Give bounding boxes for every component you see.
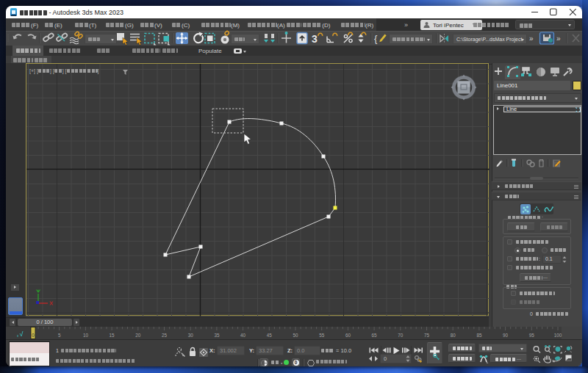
svg-text:65: 65 [372,333,378,338]
svg-text:80: 80 [451,333,456,338]
svg-text:»: » [556,35,561,43]
svg-text:55: 55 [319,333,325,338]
svg-text:5: 5 [58,333,61,338]
svg-text:85: 85 [476,333,482,338]
svg-text:25: 25 [162,333,168,338]
svg-text:95: 95 [529,333,535,338]
svg-text:35: 35 [214,333,220,338]
svg-text:75: 75 [424,333,430,338]
svg-text:20: 20 [135,333,141,338]
svg-text:70: 70 [398,333,404,338]
svg-text:3: 3 [312,33,318,45]
svg-text:50: 50 [293,333,298,338]
svg-text:10: 10 [83,333,89,338]
svg-text:»: » [529,35,534,43]
svg-text:0: 0 [32,333,35,338]
svg-text:90: 90 [503,333,509,338]
svg-text:100: 100 [554,333,562,338]
svg-text:45: 45 [267,333,273,338]
svg-text:{: { [374,33,378,44]
svg-text:60: 60 [345,333,351,338]
svg-text:40: 40 [240,333,246,338]
svg-text:15: 15 [110,333,115,338]
svg-text:30: 30 [188,333,194,338]
